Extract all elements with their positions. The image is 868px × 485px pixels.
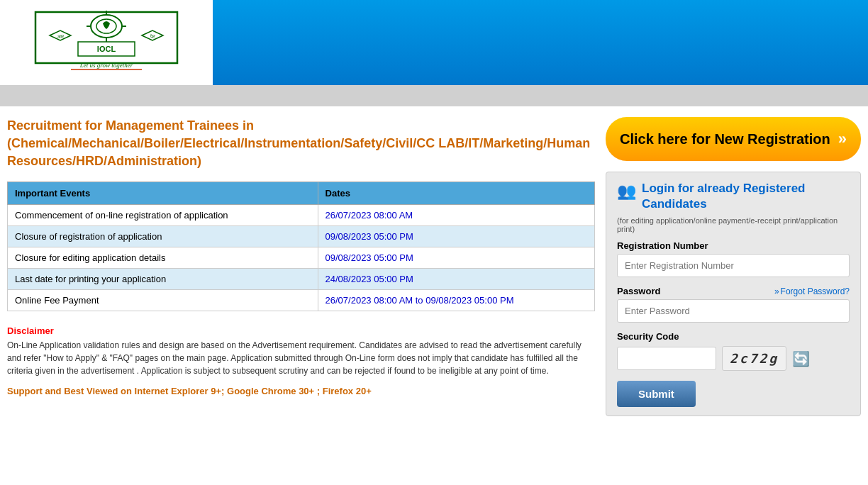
users-icon: 👥 — [617, 182, 636, 201]
password-row: Password » Forgot Password? — [617, 286, 850, 296]
table-row: Online Fee Payment26/07/2023 08:00 AM to… — [8, 289, 595, 311]
event-cell: Online Fee Payment — [8, 289, 318, 311]
col2-header: Dates — [318, 182, 594, 204]
date-cell: 26/07/2023 08:00 AM to 09/08/2023 05:00 … — [318, 289, 594, 311]
table-row: Closure of registration of application09… — [8, 225, 595, 247]
date-cell: 26/07/2023 08:00 AM — [318, 204, 594, 225]
support-text: Support and Best Viewed on Internet Expl… — [7, 386, 595, 396]
forgot-password-text: Forgot Password? — [781, 286, 850, 296]
password-input[interactable] — [617, 299, 850, 323]
login-box: 👥 Login for already Registered Candidate… — [606, 172, 861, 416]
date-cell: 09/08/2023 05:00 PM — [318, 247, 594, 268]
disclaimer-title: Disclaimer — [7, 325, 595, 336]
login-header: 👥 Login for already Registered Candidate… — [617, 181, 850, 212]
event-cell: Closure for editing application details — [8, 247, 318, 268]
new-reg-btn-text: Click here for New Registration — [620, 131, 830, 147]
table-row: Commencement of on-line registration of … — [8, 204, 595, 225]
login-title: Login for already Registered Candidates — [642, 181, 850, 212]
svg-text:IOCL: IOCL — [97, 45, 116, 53]
events-table: Important Events Dates Commencement of o… — [7, 182, 595, 311]
svg-text:आर: आर — [57, 34, 65, 39]
event-cell: Last date for printing your application — [8, 268, 318, 289]
new-registration-button[interactable]: Click here for New Registration » — [606, 117, 861, 161]
password-label: Password — [617, 286, 660, 296]
date-cell: 24/08/2023 05:00 PM — [318, 268, 594, 289]
refresh-captcha-icon[interactable]: 🔄 — [792, 350, 810, 367]
logo-box: आर पेट IOCL Let us grow together — [0, 0, 213, 85]
submit-button[interactable]: Submit — [617, 381, 696, 407]
forgot-password-link[interactable]: » Forgot Password? — [774, 286, 850, 296]
disclaimer-text: On-Line Application validation rules and… — [7, 339, 595, 377]
event-cell: Commencement of on-line registration of … — [8, 204, 318, 225]
logo-image: आर पेट IOCL Let us grow together — [28, 11, 184, 74]
right-panel: Click here for New Registration » 👥 Logi… — [606, 117, 861, 416]
header: आर पेट IOCL Let us grow together — [0, 0, 868, 85]
left-panel: Recruitment for Management Trainees in (… — [7, 117, 595, 416]
reg-number-label: Registration Number — [617, 240, 850, 251]
table-row: Last date for printing your application2… — [8, 268, 595, 289]
login-subtitle: (for editing application/online payment/… — [617, 216, 850, 233]
registration-number-input[interactable] — [617, 254, 850, 277]
col1-header: Important Events — [8, 182, 318, 204]
svg-text:Let us grow together: Let us grow together — [79, 62, 133, 69]
security-row: 2c72g 🔄 — [617, 346, 850, 371]
page-title: Recruitment for Management Trainees in (… — [7, 117, 595, 171]
table-row: Closure for editing application details0… — [8, 247, 595, 268]
security-code-label: Security Code — [617, 331, 850, 342]
security-code-input[interactable] — [617, 347, 716, 370]
svg-text:पेट: पेट — [150, 33, 156, 39]
captcha-image: 2c72g — [722, 346, 786, 371]
event-cell: Closure of registration of application — [8, 225, 318, 247]
gray-strip — [0, 85, 868, 106]
chevron-double-icon: » — [838, 130, 847, 148]
date-cell: 09/08/2023 05:00 PM — [318, 225, 594, 247]
forgot-arrows: » — [774, 286, 779, 296]
main-content: Recruitment for Management Trainees in (… — [0, 106, 868, 427]
